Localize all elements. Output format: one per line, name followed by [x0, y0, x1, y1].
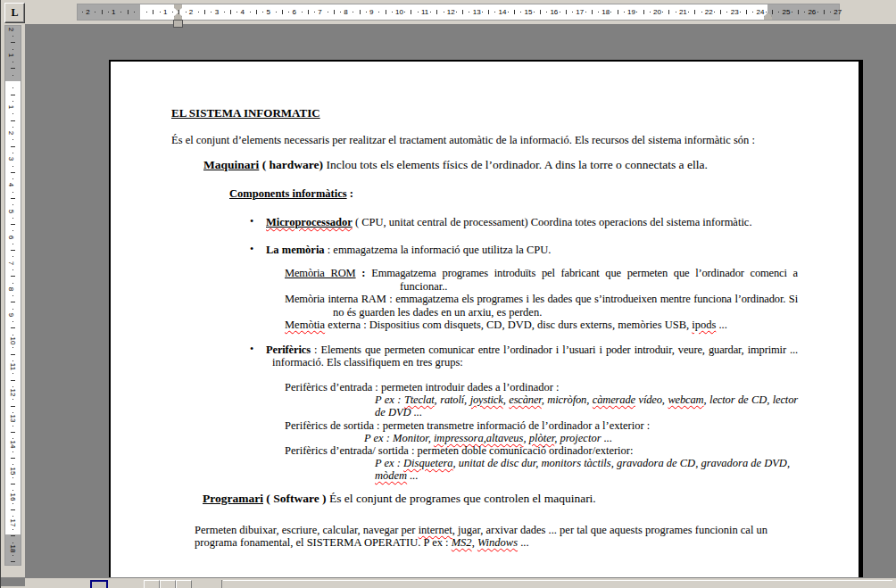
- v-ruler-tick: [12, 464, 13, 465]
- h-ruler-tick: [618, 10, 618, 14]
- misspelled-word: internet: [419, 524, 452, 536]
- h-ruler-number: 4: [241, 9, 245, 16]
- h-ruler-tick: [153, 10, 153, 14]
- text-line: Programari ( Software ) És el conjunt de…: [203, 493, 596, 505]
- misspelled-word: webcam: [668, 393, 703, 406]
- v-ruler-tick: [12, 426, 13, 427]
- v-ruler-tick: [12, 75, 13, 76]
- v-ruler-tick: [12, 555, 13, 556]
- v-ruler-tick: [11, 458, 15, 459]
- h-ruler-number: 2: [189, 9, 193, 16]
- v-ruler-tick: [12, 230, 13, 231]
- left-indent-marker[interactable]: [174, 21, 182, 27]
- text-line: informació. Els classifiquem en tres gru…: [272, 356, 463, 369]
- text-run: webcam: [668, 393, 703, 406]
- text-line: Maquinari ( hardware) Inclou tots els el…: [203, 159, 708, 171]
- v-ruler-number: 15: [9, 467, 16, 475]
- h-ruler-tick: [662, 12, 663, 12]
- v-ruler-tick: [11, 484, 15, 484]
- h-ruler-tick: [598, 12, 599, 12]
- h-ruler-tick: [494, 12, 495, 12]
- text-run: Components informàtics: [229, 187, 347, 200]
- view-normal-button[interactable]: [90, 580, 108, 588]
- text-run: vídeo,: [635, 393, 668, 406]
- h-ruler-tick: [288, 12, 289, 12]
- text-run: Microprocessador: [266, 216, 353, 228]
- v-ruler-tick: [12, 36, 13, 37]
- v-ruler-tick: [11, 354, 15, 355]
- text-run: Maquinari: [203, 158, 259, 171]
- v-ruler-tick: [11, 380, 15, 381]
- v-ruler-tick: [11, 250, 15, 251]
- view-outline-button[interactable]: [176, 580, 192, 588]
- h-ruler[interactable]: 2112345678910111213141516171819202122232…: [77, 4, 840, 21]
- misspelled-word: Microprocessador: [266, 216, 353, 228]
- h-ruler-tick: [694, 10, 695, 14]
- v-ruler-tick: [12, 87, 13, 88]
- h-ruler-number: 25: [783, 9, 791, 16]
- text-line: de DVD ...: [375, 406, 422, 418]
- misspelled-word: joystick: [470, 393, 503, 406]
- h-ruler-tick: [668, 10, 669, 14]
- v-ruler[interactable]: 21123456789101112131415161718: [4, 25, 21, 566]
- h-ruler-tick: [688, 12, 689, 12]
- h-ruler-number: 15: [525, 9, 533, 16]
- view-printlayout-button[interactable]: [160, 580, 176, 588]
- v-ruler-tick: [12, 477, 13, 478]
- v-ruler-tick: [12, 412, 13, 413]
- text-line: funcionar..: [400, 280, 447, 293]
- h-ruler-tick: [178, 10, 179, 14]
- text-run: Disquetera: [403, 457, 453, 469]
- document-page[interactable]: EL SISTEMA INFORMATICÉs el conjunt d’ele…: [109, 60, 863, 588]
- h-ruler-tick: [128, 10, 129, 14]
- v-ruler-tick: [12, 283, 13, 284]
- h-ruler-number: 24: [757, 9, 765, 16]
- text-run: ( Software ): [263, 492, 327, 505]
- h-ruler-tick: [752, 12, 753, 12]
- v-ruler-tick: [12, 503, 13, 504]
- v-ruler-number: 4: [7, 183, 14, 186]
- v-ruler-number: 17: [9, 518, 16, 526]
- misspelled-word: Tteclat: [404, 393, 435, 406]
- v-ruler-tick: [12, 192, 13, 193]
- view-weblayout-button[interactable]: [144, 580, 160, 588]
- h-ruler-number: 1: [163, 9, 167, 16]
- v-ruler-tick: [12, 153, 13, 153]
- word-processor-window: EL SISTEMA INFORMATICÉs el conjunt d’ele…: [0, 0, 896, 588]
- h-ruler-tick: [792, 12, 792, 12]
- h-ruler-tick: [230, 10, 231, 14]
- text-run: externa : Dispositius com disquets, CD, …: [325, 319, 692, 331]
- v-ruler-number: 9: [7, 313, 14, 317]
- h-ruler-tick: [766, 12, 767, 12]
- h-ruler-tick: [198, 12, 199, 12]
- h-ruler-tick: [256, 10, 257, 14]
- h-ruler-tick: [120, 12, 121, 12]
- h-scrollbar-track[interactable]: [223, 580, 892, 588]
- h-ruler-tick: [817, 12, 818, 12]
- text-run: mòdem: [375, 469, 407, 482]
- h-ruler-tick: [160, 12, 161, 12]
- h-ruler-tick: [585, 12, 586, 12]
- v-ruler-tick: [12, 373, 13, 374]
- bullet-icon: •: [250, 243, 253, 255]
- document-workspace: EL SISTEMA INFORMATICÉs el conjunt d’ele…: [25, 24, 896, 577]
- h-ruler-tick: [186, 12, 187, 12]
- text-run: ...: [518, 536, 529, 549]
- h-ruler-number: 12: [447, 9, 455, 16]
- v-ruler-tick: [12, 166, 13, 167]
- tab-stop-selector-button[interactable]: L: [4, 3, 25, 23]
- h-ruler-tick: [514, 10, 515, 14]
- text-line: Perifèrics d’entrada/ sortida : permeten…: [285, 444, 633, 457]
- h-ruler-tick: [488, 10, 489, 14]
- bottom-scrollbar[interactable]: [25, 577, 896, 588]
- v-ruler-number: 7: [7, 261, 14, 264]
- text-run: P ex : Monitor,: [364, 432, 434, 444]
- v-ruler-number: 11: [9, 363, 16, 370]
- v-ruler-tick: [11, 95, 15, 95]
- text-run: Tteclat: [404, 393, 435, 406]
- text-run: Memòria interna RAM : emmagatzema els pr…: [285, 293, 798, 305]
- text-line: P ex : Monitor, impressora,altaveus, plò…: [364, 432, 612, 444]
- bullet-icon: •: [250, 343, 253, 355]
- text-line: Perifèrics d’entrada : permeten introdui…: [285, 381, 560, 393]
- h-ruler-tick: [701, 12, 702, 12]
